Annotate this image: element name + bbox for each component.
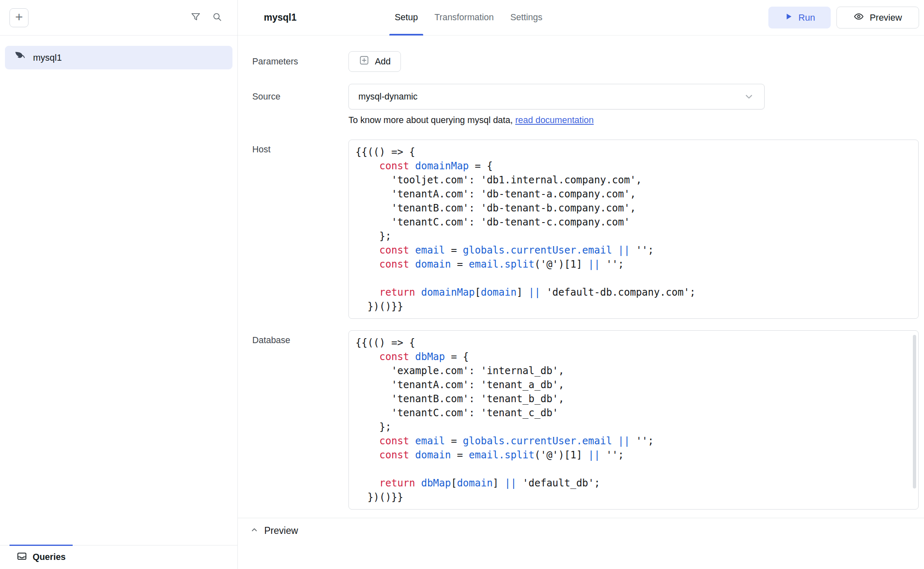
query-title: mysql1 — [264, 12, 296, 23]
code-line: })()}} — [355, 299, 912, 313]
search-icon — [212, 12, 223, 24]
editor-scrollbar[interactable] — [913, 335, 916, 488]
code-line: 'tenantB.com': 'db-tenant-b.company.com'… — [355, 201, 912, 215]
query-list: mysql1 — [0, 36, 237, 545]
code-line: const dbMap = { — [355, 350, 912, 364]
queries-tab-label: Queries — [33, 552, 66, 562]
run-button[interactable]: Run — [768, 7, 831, 28]
code-line: 'tenantB.com': 'tenant_b_db', — [355, 392, 912, 406]
source-select[interactable]: mysql-dynamic — [348, 84, 765, 109]
filter-icon — [190, 12, 201, 24]
code-line: 'tenantC.com': 'tenant_c_db' — [355, 406, 912, 420]
caret-up-icon — [250, 526, 258, 536]
host-label: Host — [252, 140, 348, 155]
code-line: const domainMap = { — [355, 159, 912, 173]
read-documentation-link[interactable]: read documentation — [515, 115, 594, 125]
tab-setup[interactable]: Setup — [395, 0, 418, 35]
sidebar-toolbar: + — [0, 0, 237, 36]
tab-transformation[interactable]: Transformation — [434, 0, 494, 35]
code-line: {{(() => { — [355, 145, 912, 159]
code-line: const domain = email.split('@')[1] || ''… — [355, 448, 912, 462]
code-line: 'tooljet.com': 'db1.internal.company.com… — [355, 173, 912, 187]
preview-section-label: Preview — [264, 525, 298, 536]
query-list-item-mysql1[interactable]: mysql1 — [5, 46, 232, 69]
host-row: Host {{(() => { const domainMap = { 'too… — [252, 140, 919, 319]
header-actions: Run Preview — [768, 7, 919, 28]
source-help-text: To know more about querying mysql data, … — [348, 115, 919, 126]
add-parameter-button[interactable]: Add — [348, 51, 401, 72]
database-code-editor[interactable]: {{(() => { const dbMap = { 'example.com'… — [348, 330, 919, 510]
search-button[interactable] — [212, 12, 223, 24]
editor-tabs: Setup Transformation Settings — [395, 0, 543, 35]
database-row: Database {{(() => { const dbMap = { 'exa… — [252, 330, 919, 510]
query-item-label: mysql1 — [33, 52, 62, 63]
queries-tab-indicator — [9, 545, 73, 546]
code-line: const email = globals.currentUser.email … — [355, 243, 912, 257]
eye-icon — [853, 11, 864, 24]
preview-button[interactable]: Preview — [836, 7, 919, 28]
plus-icon: + — [15, 10, 23, 24]
add-query-button[interactable]: + — [9, 8, 28, 27]
queries-icon — [17, 551, 27, 564]
mysql-icon — [14, 50, 26, 65]
query-editor-panel: mysql1 Setup Transformation Settings Run… — [238, 0, 924, 569]
plus-square-icon — [359, 55, 370, 68]
tab-settings[interactable]: Settings — [510, 0, 543, 35]
parameters-label: Parameters — [252, 51, 348, 72]
source-select-value: mysql-dynamic — [358, 92, 417, 102]
filter-button[interactable] — [190, 12, 201, 24]
add-parameter-label: Add — [375, 57, 391, 67]
setup-form: Parameters Add Source mysql-dynamic — [238, 36, 924, 510]
code-line: const email = globals.currentUser.email … — [355, 434, 912, 448]
code-line: 'tenantA.com': 'tenant_a_db', — [355, 378, 912, 392]
code-line: })()}} — [355, 490, 912, 504]
parameters-row: Parameters Add — [252, 51, 919, 72]
queries-panel-tab[interactable]: Queries — [0, 545, 237, 569]
host-code-editor[interactable]: {{(() => { const domainMap = { 'tooljet.… — [348, 140, 919, 319]
code-line: 'tenantA.com': 'db-tenant-a.company.com'… — [355, 187, 912, 201]
play-icon — [784, 12, 793, 24]
preview-section-header[interactable]: Preview — [238, 518, 924, 543]
code-line: 'example.com': 'internal_db', — [355, 364, 912, 378]
query-list-sidebar: + mysql1 — [0, 0, 238, 569]
run-button-label: Run — [798, 12, 815, 23]
code-line: return domainMap[domain] || 'default-db.… — [355, 285, 912, 299]
code-line: {{(() => { — [355, 336, 912, 350]
source-row: Source mysql-dynamic To know more about … — [252, 84, 919, 126]
database-label: Database — [252, 330, 348, 346]
code-line: 'tenantC.com': 'db-tenant-c.company.com' — [355, 215, 912, 229]
code-line: }; — [355, 420, 912, 434]
chevron-down-icon — [743, 91, 755, 102]
code-line — [355, 462, 912, 476]
code-line — [355, 271, 912, 285]
preview-button-label: Preview — [870, 12, 902, 23]
code-line: }; — [355, 229, 912, 243]
query-editor-header: mysql1 Setup Transformation Settings Run… — [238, 0, 924, 36]
source-label: Source — [252, 84, 348, 109]
code-line: return dbMap[domain] || 'default_db'; — [355, 476, 912, 490]
code-line: const domain = email.split('@')[1] || ''… — [355, 257, 912, 271]
